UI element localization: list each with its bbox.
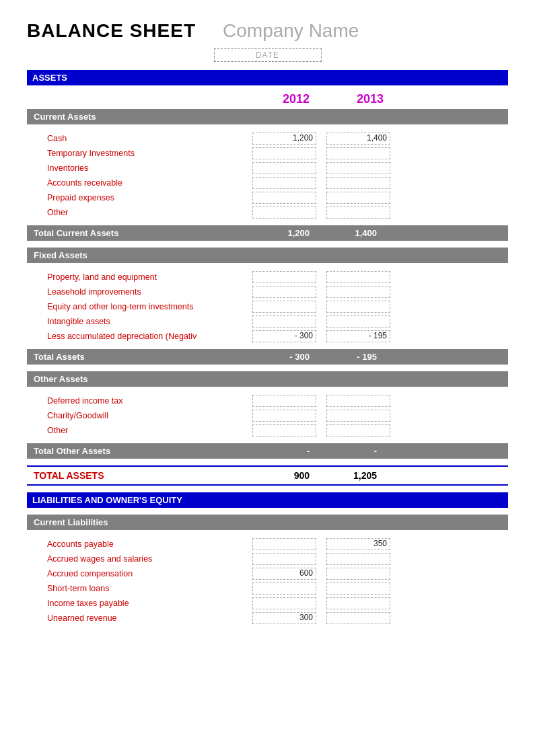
assets-section-header: ASSETS xyxy=(27,70,508,85)
value-2013[interactable]: - 195 xyxy=(326,330,390,342)
value-2012[interactable]: - 300 xyxy=(252,330,316,342)
value-2013[interactable]: 350 xyxy=(326,538,390,550)
item-label: Leasehold improvements xyxy=(27,287,249,297)
item-label: Deferred income tax xyxy=(27,396,249,406)
item-label: Accounts payable xyxy=(27,539,249,549)
value-2012[interactable]: 1,200 xyxy=(252,133,316,145)
value-2013[interactable] xyxy=(326,582,390,595)
item-label: Charity/Goodwill xyxy=(27,411,249,420)
item-label: Accrued wages and salaries xyxy=(27,554,249,564)
item-label: Less accumulated depreciation (Negativ xyxy=(27,332,249,341)
value-2012[interactable]: 300 xyxy=(252,612,316,624)
value-2012[interactable] xyxy=(252,315,316,328)
value-2013[interactable]: 1,400 xyxy=(326,133,390,145)
value-2012[interactable] xyxy=(252,301,316,313)
list-item: Charity/Goodwill xyxy=(27,408,508,423)
page-header: BALANCE SHEET Company Name xyxy=(27,20,508,42)
year-2013: 2013 xyxy=(323,92,397,106)
fixed-assets-header: Fixed Assets xyxy=(27,248,508,263)
item-label: Temporary Investments xyxy=(27,149,249,158)
value-2012[interactable] xyxy=(252,395,316,407)
list-item: Income taxes payable xyxy=(27,596,508,611)
list-item: Equity and other long-term investments xyxy=(27,299,508,314)
balance-sheet-title: BALANCE SHEET xyxy=(27,20,196,42)
current-liabilities-list: Accounts payable350Accrued wages and sal… xyxy=(27,537,508,626)
item-label: Unearned revenue xyxy=(27,613,249,623)
list-item: Cash1,2001,400 xyxy=(27,131,508,146)
list-item: Intangible assets xyxy=(27,314,508,329)
value-2012[interactable] xyxy=(252,177,316,189)
value-2012[interactable] xyxy=(252,286,316,298)
current-assets-header: Current Assets xyxy=(27,109,508,124)
value-2012[interactable] xyxy=(252,271,316,283)
value-2012[interactable]: 600 xyxy=(252,568,316,580)
item-label: Other xyxy=(27,426,249,435)
item-label: Income taxes payable xyxy=(27,599,249,608)
item-label: Cash xyxy=(27,134,249,143)
list-item: Other xyxy=(27,423,508,438)
value-2013[interactable] xyxy=(326,271,390,283)
item-label: Prepaid expenses xyxy=(27,193,249,202)
value-2013[interactable] xyxy=(326,162,390,174)
list-item: Accrued compensation600 xyxy=(27,566,508,581)
total-assets-summary-row: TOTAL ASSETS 900 1,205 xyxy=(27,465,508,486)
company-name: Company Name xyxy=(223,20,359,42)
value-2013[interactable] xyxy=(326,315,390,328)
list-item: Other xyxy=(27,205,508,220)
value-2013[interactable] xyxy=(326,568,390,580)
list-item: Prepaid expenses xyxy=(27,190,508,205)
item-label: Property, land and equipment xyxy=(27,272,249,282)
date-field[interactable]: DATE xyxy=(214,48,322,62)
total-current-assets-row: Total Current Assets 1,200 1,400 xyxy=(27,225,508,241)
value-2013[interactable] xyxy=(326,301,390,313)
value-2013[interactable] xyxy=(326,597,390,609)
item-label: Short-term loans xyxy=(27,584,249,593)
list-item: Less accumulated depreciation (Negativ- … xyxy=(27,329,508,344)
value-2013[interactable] xyxy=(326,553,390,565)
value-2013[interactable] xyxy=(326,177,390,189)
current-liabilities-header: Current Liabilities xyxy=(27,515,508,530)
current-assets-list: Cash1,2001,400Temporary InvestmentsInven… xyxy=(27,131,508,220)
value-2012[interactable] xyxy=(252,538,316,550)
year-row: 2012 2013 xyxy=(27,89,508,109)
item-label: Intangible assets xyxy=(27,317,249,326)
value-2012[interactable] xyxy=(252,597,316,609)
value-2012[interactable] xyxy=(252,206,316,219)
value-2013[interactable] xyxy=(326,286,390,298)
value-2012[interactable] xyxy=(252,410,316,422)
value-2012[interactable] xyxy=(252,582,316,595)
year-2012: 2012 xyxy=(249,92,323,106)
list-item: Inventories xyxy=(27,161,508,176)
total-assets-row: Total Assets - 300 - 195 xyxy=(27,349,508,365)
value-2012[interactable] xyxy=(252,424,316,437)
value-2013[interactable] xyxy=(326,192,390,204)
other-assets-header: Other Assets xyxy=(27,371,508,387)
list-item: Accounts payable350 xyxy=(27,537,508,552)
list-item: Property, land and equipment xyxy=(27,270,508,285)
list-item: Temporary Investments xyxy=(27,146,508,161)
list-item: Leasehold improvements xyxy=(27,285,508,299)
date-field-wrapper: DATE xyxy=(27,48,508,62)
total-other-assets-row: Total Other Assets - - xyxy=(27,443,508,459)
item-label: Equity and other long-term investments xyxy=(27,302,249,311)
list-item: Deferred income tax xyxy=(27,393,508,408)
value-2013[interactable] xyxy=(326,424,390,437)
value-2013[interactable] xyxy=(326,206,390,219)
value-2012[interactable] xyxy=(252,147,316,159)
value-2013[interactable] xyxy=(326,147,390,159)
value-2012[interactable] xyxy=(252,162,316,174)
item-label: Accrued compensation xyxy=(27,569,249,578)
item-label: Inventories xyxy=(27,163,249,173)
list-item: Unearned revenue300 xyxy=(27,611,508,626)
item-label: Other xyxy=(27,208,249,217)
value-2013[interactable] xyxy=(326,410,390,422)
liabilities-section-header: LIABILITIES AND OWNER'S EQUITY xyxy=(27,492,508,508)
value-2013[interactable] xyxy=(326,612,390,624)
list-item: Short-term loans xyxy=(27,581,508,596)
item-label: Accounts receivable xyxy=(27,178,249,188)
value-2012[interactable] xyxy=(252,553,316,565)
value-2012[interactable] xyxy=(252,192,316,204)
value-2013[interactable] xyxy=(326,395,390,407)
list-item: Accrued wages and salaries xyxy=(27,552,508,566)
fixed-assets-list: Property, land and equipmentLeasehold im… xyxy=(27,270,508,344)
